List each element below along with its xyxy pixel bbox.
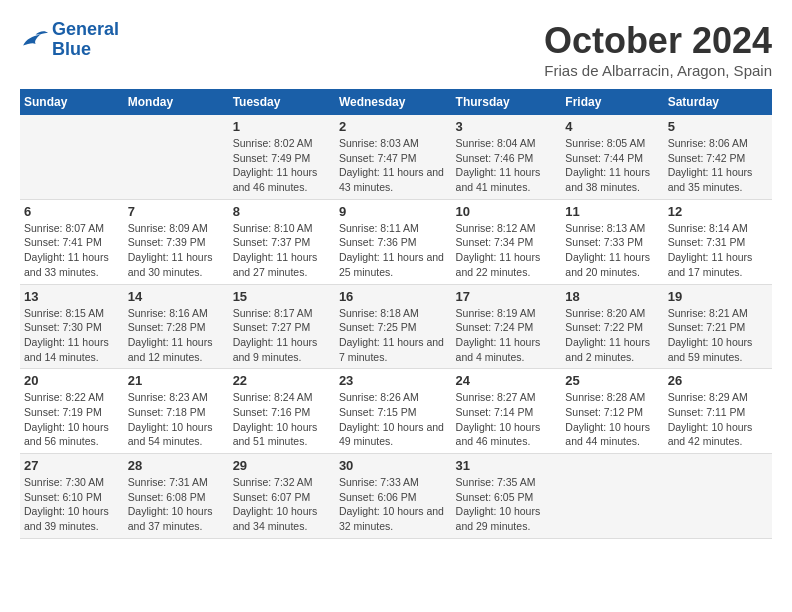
day-info: Sunrise: 8:12 AM Sunset: 7:34 PM Dayligh…: [456, 221, 558, 280]
day-cell: 20Sunrise: 8:22 AM Sunset: 7:19 PM Dayli…: [20, 369, 124, 454]
day-number: 29: [233, 458, 331, 473]
day-cell: 16Sunrise: 8:18 AM Sunset: 7:25 PM Dayli…: [335, 284, 452, 369]
day-cell: 30Sunrise: 7:33 AM Sunset: 6:06 PM Dayli…: [335, 454, 452, 539]
col-header-wednesday: Wednesday: [335, 89, 452, 115]
day-cell: 10Sunrise: 8:12 AM Sunset: 7:34 PM Dayli…: [452, 199, 562, 284]
day-cell: 23Sunrise: 8:26 AM Sunset: 7:15 PM Dayli…: [335, 369, 452, 454]
day-number: 18: [565, 289, 659, 304]
week-row-2: 6Sunrise: 8:07 AM Sunset: 7:41 PM Daylig…: [20, 199, 772, 284]
day-cell: 17Sunrise: 8:19 AM Sunset: 7:24 PM Dayli…: [452, 284, 562, 369]
day-number: 13: [24, 289, 120, 304]
day-cell: 1Sunrise: 8:02 AM Sunset: 7:49 PM Daylig…: [229, 115, 335, 199]
day-number: 16: [339, 289, 448, 304]
day-number: 14: [128, 289, 225, 304]
day-cell: 9Sunrise: 8:11 AM Sunset: 7:36 PM Daylig…: [335, 199, 452, 284]
day-info: Sunrise: 7:35 AM Sunset: 6:05 PM Dayligh…: [456, 475, 558, 534]
day-info: Sunrise: 8:06 AM Sunset: 7:42 PM Dayligh…: [668, 136, 768, 195]
col-header-saturday: Saturday: [664, 89, 772, 115]
day-info: Sunrise: 8:24 AM Sunset: 7:16 PM Dayligh…: [233, 390, 331, 449]
day-info: Sunrise: 7:30 AM Sunset: 6:10 PM Dayligh…: [24, 475, 120, 534]
day-cell: 29Sunrise: 7:32 AM Sunset: 6:07 PM Dayli…: [229, 454, 335, 539]
day-number: 20: [24, 373, 120, 388]
day-cell: 25Sunrise: 8:28 AM Sunset: 7:12 PM Dayli…: [561, 369, 663, 454]
day-number: 1: [233, 119, 331, 134]
day-cell: 8Sunrise: 8:10 AM Sunset: 7:37 PM Daylig…: [229, 199, 335, 284]
day-number: 19: [668, 289, 768, 304]
day-number: 28: [128, 458, 225, 473]
day-number: 15: [233, 289, 331, 304]
day-cell: 26Sunrise: 8:29 AM Sunset: 7:11 PM Dayli…: [664, 369, 772, 454]
col-header-tuesday: Tuesday: [229, 89, 335, 115]
day-info: Sunrise: 8:07 AM Sunset: 7:41 PM Dayligh…: [24, 221, 120, 280]
week-row-4: 20Sunrise: 8:22 AM Sunset: 7:19 PM Dayli…: [20, 369, 772, 454]
day-cell: 27Sunrise: 7:30 AM Sunset: 6:10 PM Dayli…: [20, 454, 124, 539]
day-number: 6: [24, 204, 120, 219]
day-cell: 7Sunrise: 8:09 AM Sunset: 7:39 PM Daylig…: [124, 199, 229, 284]
day-info: Sunrise: 8:14 AM Sunset: 7:31 PM Dayligh…: [668, 221, 768, 280]
page-header: General Blue October 2024 Frias de Albar…: [20, 20, 772, 79]
week-row-5: 27Sunrise: 7:30 AM Sunset: 6:10 PM Dayli…: [20, 454, 772, 539]
col-header-thursday: Thursday: [452, 89, 562, 115]
day-info: Sunrise: 8:17 AM Sunset: 7:27 PM Dayligh…: [233, 306, 331, 365]
day-cell: 12Sunrise: 8:14 AM Sunset: 7:31 PM Dayli…: [664, 199, 772, 284]
day-info: Sunrise: 8:19 AM Sunset: 7:24 PM Dayligh…: [456, 306, 558, 365]
day-cell: 14Sunrise: 8:16 AM Sunset: 7:28 PM Dayli…: [124, 284, 229, 369]
day-info: Sunrise: 8:21 AM Sunset: 7:21 PM Dayligh…: [668, 306, 768, 365]
week-row-3: 13Sunrise: 8:15 AM Sunset: 7:30 PM Dayli…: [20, 284, 772, 369]
day-info: Sunrise: 8:03 AM Sunset: 7:47 PM Dayligh…: [339, 136, 448, 195]
day-info: Sunrise: 8:02 AM Sunset: 7:49 PM Dayligh…: [233, 136, 331, 195]
day-info: Sunrise: 8:20 AM Sunset: 7:22 PM Dayligh…: [565, 306, 659, 365]
day-cell: 22Sunrise: 8:24 AM Sunset: 7:16 PM Dayli…: [229, 369, 335, 454]
calendar-table: SundayMondayTuesdayWednesdayThursdayFrid…: [20, 89, 772, 539]
day-number: 30: [339, 458, 448, 473]
day-number: 2: [339, 119, 448, 134]
day-number: 21: [128, 373, 225, 388]
day-cell: 2Sunrise: 8:03 AM Sunset: 7:47 PM Daylig…: [335, 115, 452, 199]
day-number: 7: [128, 204, 225, 219]
day-number: 26: [668, 373, 768, 388]
logo-text: General Blue: [52, 20, 119, 60]
day-info: Sunrise: 8:22 AM Sunset: 7:19 PM Dayligh…: [24, 390, 120, 449]
day-number: 17: [456, 289, 558, 304]
col-header-friday: Friday: [561, 89, 663, 115]
day-number: 4: [565, 119, 659, 134]
day-info: Sunrise: 8:11 AM Sunset: 7:36 PM Dayligh…: [339, 221, 448, 280]
day-cell: 6Sunrise: 8:07 AM Sunset: 7:41 PM Daylig…: [20, 199, 124, 284]
day-info: Sunrise: 8:28 AM Sunset: 7:12 PM Dayligh…: [565, 390, 659, 449]
day-cell: [20, 115, 124, 199]
day-cell: 13Sunrise: 8:15 AM Sunset: 7:30 PM Dayli…: [20, 284, 124, 369]
logo: General Blue: [20, 20, 119, 60]
day-info: Sunrise: 8:15 AM Sunset: 7:30 PM Dayligh…: [24, 306, 120, 365]
month-title: October 2024: [544, 20, 772, 62]
day-number: 31: [456, 458, 558, 473]
day-cell: 18Sunrise: 8:20 AM Sunset: 7:22 PM Dayli…: [561, 284, 663, 369]
day-info: Sunrise: 8:29 AM Sunset: 7:11 PM Dayligh…: [668, 390, 768, 449]
day-info: Sunrise: 8:16 AM Sunset: 7:28 PM Dayligh…: [128, 306, 225, 365]
day-number: 11: [565, 204, 659, 219]
day-cell: [561, 454, 663, 539]
day-number: 12: [668, 204, 768, 219]
header-row: SundayMondayTuesdayWednesdayThursdayFrid…: [20, 89, 772, 115]
day-number: 5: [668, 119, 768, 134]
day-info: Sunrise: 7:33 AM Sunset: 6:06 PM Dayligh…: [339, 475, 448, 534]
day-number: 27: [24, 458, 120, 473]
day-number: 24: [456, 373, 558, 388]
day-info: Sunrise: 8:27 AM Sunset: 7:14 PM Dayligh…: [456, 390, 558, 449]
day-number: 10: [456, 204, 558, 219]
day-cell: 21Sunrise: 8:23 AM Sunset: 7:18 PM Dayli…: [124, 369, 229, 454]
day-info: Sunrise: 7:32 AM Sunset: 6:07 PM Dayligh…: [233, 475, 331, 534]
day-number: 8: [233, 204, 331, 219]
day-cell: 24Sunrise: 8:27 AM Sunset: 7:14 PM Dayli…: [452, 369, 562, 454]
col-header-monday: Monday: [124, 89, 229, 115]
day-cell: 28Sunrise: 7:31 AM Sunset: 6:08 PM Dayli…: [124, 454, 229, 539]
day-cell: 11Sunrise: 8:13 AM Sunset: 7:33 PM Dayli…: [561, 199, 663, 284]
day-number: 23: [339, 373, 448, 388]
day-number: 22: [233, 373, 331, 388]
day-cell: 31Sunrise: 7:35 AM Sunset: 6:05 PM Dayli…: [452, 454, 562, 539]
week-row-1: 1Sunrise: 8:02 AM Sunset: 7:49 PM Daylig…: [20, 115, 772, 199]
day-cell: 4Sunrise: 8:05 AM Sunset: 7:44 PM Daylig…: [561, 115, 663, 199]
day-cell: 3Sunrise: 8:04 AM Sunset: 7:46 PM Daylig…: [452, 115, 562, 199]
day-info: Sunrise: 8:13 AM Sunset: 7:33 PM Dayligh…: [565, 221, 659, 280]
day-info: Sunrise: 8:04 AM Sunset: 7:46 PM Dayligh…: [456, 136, 558, 195]
day-cell: 19Sunrise: 8:21 AM Sunset: 7:21 PM Dayli…: [664, 284, 772, 369]
